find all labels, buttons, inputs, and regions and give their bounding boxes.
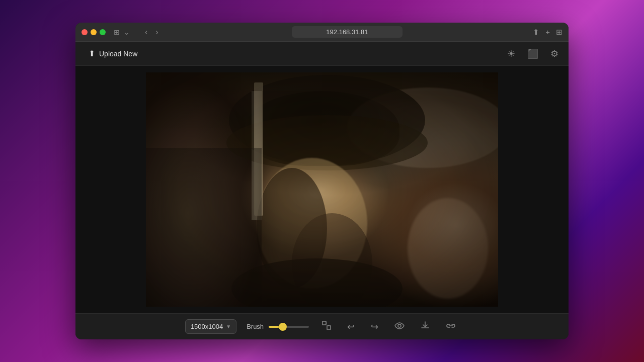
- upload-icon: ⬆: [89, 49, 95, 58]
- nav-buttons: ‹ ›: [142, 27, 162, 38]
- tab-menu-icon[interactable]: ⌄: [124, 28, 130, 36]
- bottom-toolbar: 1500x1004 ▼ Brush ↩ ↪: [75, 313, 569, 339]
- svg-rect-14: [323, 321, 326, 325]
- svg-rect-15: [327, 326, 331, 329]
- brush-label: Brush: [247, 323, 264, 330]
- undo-icon: ↩: [347, 321, 355, 332]
- undo-button[interactable]: ↩: [344, 319, 358, 334]
- url-input[interactable]: [292, 26, 403, 38]
- settings-button[interactable]: ⚙: [548, 46, 560, 61]
- brightness-icon: ☀: [507, 49, 515, 59]
- resize-icon: [322, 321, 331, 332]
- resize-button[interactable]: [319, 319, 334, 334]
- maximize-button[interactable]: [100, 29, 106, 35]
- link-icon: [446, 321, 456, 332]
- address-bar: [166, 26, 529, 38]
- redo-button[interactable]: ↪: [368, 319, 381, 334]
- tab-switcher-icon[interactable]: ⊞: [114, 28, 120, 36]
- photo-svg: [146, 72, 498, 307]
- dimension-value: 1500x1004: [191, 323, 223, 330]
- display-icon: ⬛: [527, 49, 538, 59]
- eye-icon: [394, 321, 405, 332]
- brush-control: Brush: [247, 323, 309, 330]
- image-area: [75, 66, 569, 313]
- forward-button[interactable]: ›: [152, 27, 161, 38]
- minimize-button[interactable]: [91, 29, 97, 35]
- svg-point-18: [398, 324, 401, 327]
- window-controls: ⊞ ⌄: [114, 28, 130, 36]
- brush-slider[interactable]: [269, 326, 309, 328]
- preview-button[interactable]: [391, 319, 408, 334]
- title-bar: ⊞ ⌄ ‹ › ⬆ + ⊞: [75, 23, 569, 42]
- download-icon: [421, 321, 430, 332]
- photo-container: [146, 72, 498, 307]
- upload-label: Upload New: [99, 50, 137, 58]
- brush-thumb[interactable]: [279, 323, 287, 331]
- link-button[interactable]: [443, 319, 459, 334]
- browser-window: ⊞ ⌄ ‹ › ⬆ + ⊞ ⬆ Upload New ☀ ⬛: [75, 23, 569, 339]
- upload-button[interactable]: ⬆ Upload New: [84, 46, 142, 61]
- title-bar-right: ⬆ + ⊞: [533, 28, 562, 37]
- dimension-chevron-icon: ▼: [226, 324, 231, 329]
- share-icon[interactable]: ⬆: [533, 28, 539, 37]
- dimension-selector[interactable]: 1500x1004 ▼: [185, 319, 236, 334]
- svg-rect-13: [146, 72, 498, 307]
- close-button[interactable]: [82, 29, 88, 35]
- redo-icon: ↪: [371, 321, 378, 332]
- display-button[interactable]: ⬛: [525, 46, 540, 61]
- brightness-button[interactable]: ☀: [505, 46, 517, 61]
- grid-icon[interactable]: ⊞: [556, 28, 562, 37]
- traffic-lights: [82, 29, 106, 35]
- app-toolbar: ⬆ Upload New ☀ ⬛ ⚙: [75, 42, 569, 66]
- back-button[interactable]: ‹: [142, 27, 150, 38]
- download-button[interactable]: [418, 319, 433, 334]
- toolbar-right: ☀ ⬛ ⚙: [505, 46, 560, 61]
- new-tab-icon[interactable]: +: [545, 28, 550, 36]
- photo-canvas: [146, 72, 498, 307]
- settings-icon: ⚙: [550, 49, 558, 59]
